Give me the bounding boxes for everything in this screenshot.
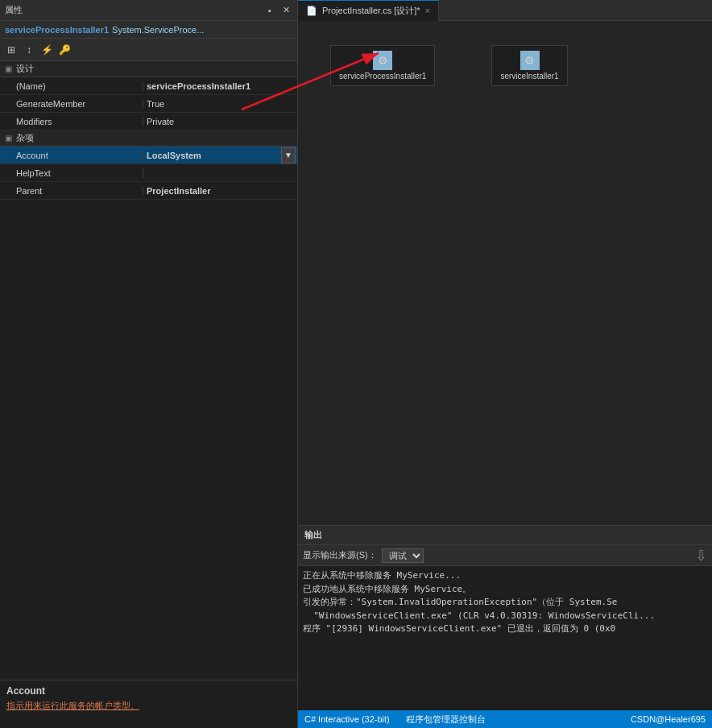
events-icon[interactable]: 🔑 xyxy=(56,42,72,58)
props-table: ▣ 设计 (Name) serviceProcessInstaller1 Gen… xyxy=(0,61,297,680)
prop-account-row[interactable]: Account LocalSystem ▼ xyxy=(0,147,297,164)
component-name: serviceProcessInstaller1 xyxy=(5,25,109,35)
section-design-label: 设计 xyxy=(16,63,34,75)
status-item-nuget: 程序包管理器控制台 xyxy=(406,714,486,726)
output-line-2: 引发的异常："System.InvalidOperationException"… xyxy=(303,596,707,610)
prop-parent-value: ProjectInstaller xyxy=(143,186,297,196)
prop-helptext-label: HelpText xyxy=(0,168,143,178)
prop-name-row[interactable]: (Name) serviceProcessInstaller1 xyxy=(0,77,297,95)
tab-project-installer[interactable]: 📄 ProjectInstaller.cs [设计]* × xyxy=(298,0,439,21)
prop-modifiers-value: Private xyxy=(143,117,297,126)
status-item-csdn: CSDN@Healer695 xyxy=(631,714,706,724)
component-type: System.ServiceProce... xyxy=(112,25,204,35)
output-line-4: 程序 "[2936] WindowsServiceClient.exe" 已退出… xyxy=(303,623,707,636)
tab-bar: 📄 ProjectInstaller.cs [设计]* × xyxy=(298,0,712,21)
description-box: Account 指示用来运行此服务的帐户类型。 xyxy=(0,680,297,728)
prop-account-value: LocalSystem xyxy=(143,151,281,160)
prop-generatemember-label: GenerateMember xyxy=(0,99,143,109)
show-output-label: 显示输出来源(S)： xyxy=(303,549,377,561)
prop-generatemember-value: True xyxy=(143,99,297,109)
service-process-installer-component[interactable]: ⚙ serviceProcessInstaller1 xyxy=(330,45,435,86)
alpha-icon[interactable]: ↕ xyxy=(21,42,37,58)
title-icons: ▪ ✕ xyxy=(263,4,292,17)
output-line-1: 已成功地从系统中移除服务 MyService。 xyxy=(303,583,707,597)
prop-generatemember-row[interactable]: GenerateMember True xyxy=(0,95,297,113)
output-source-dropdown[interactable]: 调试 xyxy=(382,548,424,563)
section-misc[interactable]: ▣ 杂项 xyxy=(0,130,297,147)
prop-modifiers-label: Modifiers xyxy=(0,117,143,126)
prop-modifiers-row[interactable]: Modifiers Private xyxy=(0,113,297,130)
prop-parent-row[interactable]: Parent ProjectInstaller xyxy=(0,182,297,200)
prop-account-value-container: LocalSystem ▼ xyxy=(143,147,297,163)
output-header: 输出 xyxy=(298,526,712,545)
account-dropdown-btn[interactable]: ▼ xyxy=(281,147,296,163)
prop-helptext-row[interactable]: HelpText xyxy=(0,164,297,182)
design-surface[interactable]: ⚙ serviceProcessInstaller1 ⚙ serviceInst… xyxy=(298,21,712,525)
pin-icon[interactable]: ▪ xyxy=(263,4,276,17)
service-installer-label: serviceInstaller1 xyxy=(500,72,558,81)
component-header: serviceProcessInstaller1 System.ServiceP… xyxy=(0,21,297,39)
output-scroll-btn[interactable]: ⇩ xyxy=(695,547,707,565)
component-tray: ⚙ serviceProcessInstaller1 ⚙ serviceInst… xyxy=(314,37,696,86)
props-icon[interactable]: ⚡ xyxy=(39,42,55,58)
service-installer-component[interactable]: ⚙ serviceInstaller1 xyxy=(491,45,567,86)
tab-close-btn[interactable]: × xyxy=(425,6,430,15)
desc-title: Account xyxy=(6,685,291,697)
categorized-icon[interactable]: ⊞ xyxy=(3,42,19,58)
desc-text: 指示用来运行此服务的帐户类型。 xyxy=(6,700,291,712)
service-process-installer-label: serviceProcessInstaller1 xyxy=(339,72,426,81)
section-design[interactable]: ▣ 设计 xyxy=(0,61,297,77)
output-panel: 输出 显示输出来源(S)： 调试 ⇩ 正在从系统中移除服务 MyService.… xyxy=(298,525,712,710)
panel-title: 属性 xyxy=(5,4,23,16)
status-bar: C# Interactive (32-bit) 程序包管理器控制台 CSDN@H… xyxy=(298,710,712,728)
component-gear2-icon: ⚙ xyxy=(520,51,540,70)
output-line-0: 正在从系统中移除服务 MyService... xyxy=(303,569,707,583)
output-content: 正在从系统中移除服务 MyService... 已成功地从系统中移除服务 MyS… xyxy=(298,566,712,710)
prop-name-value: serviceProcessInstaller1 xyxy=(143,81,297,91)
properties-panel: 属性 ▪ ✕ serviceProcessInstaller1 System.S… xyxy=(0,0,298,728)
section-design-expand: ▣ xyxy=(3,64,13,74)
output-line-3: "WindowsServiceClient.exe" (CLR v4.0.303… xyxy=(303,610,707,623)
prop-parent-label: Parent xyxy=(0,186,143,196)
close-icon[interactable]: ✕ xyxy=(279,4,292,17)
panel-title-bar: 属性 ▪ ✕ xyxy=(0,0,297,21)
output-toolbar: 显示输出来源(S)： 调试 ⇩ xyxy=(298,545,712,566)
section-misc-label: 杂项 xyxy=(16,132,34,144)
props-toolbar: ⊞ ↕ ⚡ 🔑 xyxy=(0,39,297,61)
tab-label: ProjectInstaller.cs [设计]* xyxy=(322,5,420,17)
right-panel: 📄 ProjectInstaller.cs [设计]* × ⚙ serviceP… xyxy=(298,0,712,728)
prop-name-label: (Name) xyxy=(0,81,143,91)
prop-account-label: Account xyxy=(0,151,143,160)
component-gear-icon: ⚙ xyxy=(373,51,392,70)
output-title: 输出 xyxy=(304,529,322,541)
tab-file-icon: 📄 xyxy=(306,6,317,16)
section-misc-expand: ▣ xyxy=(3,134,13,143)
status-item-interactive: C# Interactive (32-bit) xyxy=(304,714,390,724)
